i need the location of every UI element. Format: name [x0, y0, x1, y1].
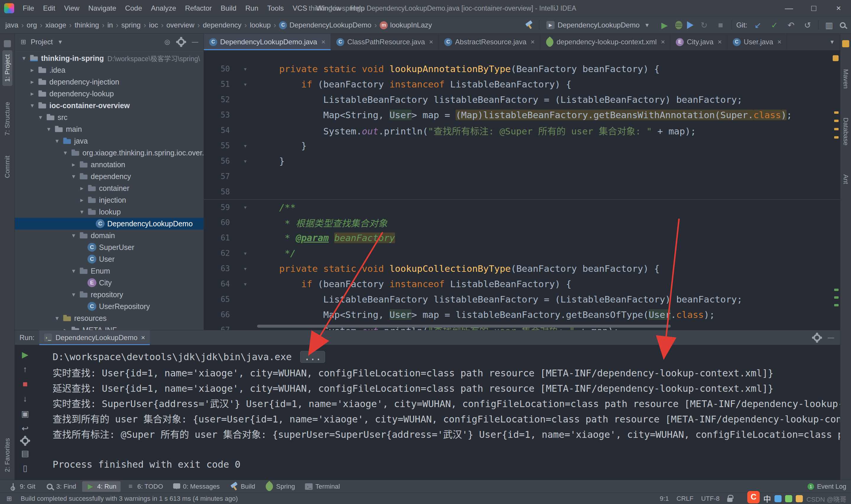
maximize-button[interactable] — [801, 0, 826, 17]
scroll-down-icon[interactable] — [19, 393, 31, 405]
editor-tab-user-java[interactable]: User.java× — [727, 34, 787, 50]
breadcrumb-in[interactable]: in — [108, 21, 113, 29]
minimize-button[interactable] — [777, 0, 801, 17]
collapse-arrow-icon[interactable]: ▾ — [69, 267, 78, 274]
tool-button-maven[interactable]: Maven — [841, 65, 851, 93]
line-separator[interactable]: CRLF — [676, 495, 693, 503]
editor-tab-city-java[interactable]: City.java× — [670, 34, 727, 50]
warning-stripe-mark[interactable] — [834, 136, 838, 139]
menu-item-analyze[interactable]: Analyze — [147, 0, 181, 17]
notifications-icon[interactable] — [842, 40, 849, 47]
code-editor[interactable]: 50▾ private static void lookupAnnotation… — [204, 51, 840, 330]
file-encoding[interactable]: UTF-8 — [701, 495, 720, 503]
scroll-up-icon[interactable] — [19, 363, 31, 375]
menu-item-refactor[interactable]: Refactor — [181, 0, 216, 17]
event-log-button[interactable]: 1 Event Log — [808, 483, 846, 490]
editor-tab-dependency-lookup-context-xml[interactable]: dependency-lookup-context.xml× — [540, 34, 671, 50]
toolwindow-button-build[interactable]: Build — [226, 481, 259, 492]
expand-command-line-button[interactable]: ... — [300, 351, 325, 363]
expand-arrow-icon[interactable]: ▸ — [61, 326, 70, 330]
editor-tab-dependencylookupdemo-java[interactable]: DependencyLookupDemo.java× — [204, 34, 331, 50]
close-tab-icon[interactable]: × — [429, 38, 433, 46]
snapshot-icon[interactable] — [19, 408, 31, 419]
breadcrumb-overview[interactable]: overview — [166, 21, 195, 29]
stop-icon[interactable] — [19, 378, 31, 390]
debug-button[interactable] — [675, 21, 682, 29]
collapse-arrow-icon[interactable]: ▾ — [69, 291, 78, 298]
git-rollback-button[interactable] — [785, 19, 797, 31]
tree-item-meta-inf[interactable]: ▸META-INF — [15, 324, 204, 330]
breadcrumb-spring[interactable]: spring — [122, 21, 141, 29]
status-message[interactable]: Build completed successfully with 3 warn… — [21, 495, 238, 503]
stop-button[interactable] — [715, 19, 727, 31]
hide-panel-icon[interactable] — [827, 333, 835, 342]
tool-button-commit[interactable]: Commit — [2, 151, 13, 182]
collapse-arrow-icon[interactable]: ▾ — [53, 137, 61, 144]
tree-item-resources[interactable]: ▾resources — [15, 312, 204, 324]
rerun-icon[interactable] — [19, 348, 31, 360]
fold-icon[interactable]: ▾ — [233, 65, 257, 73]
tree-item-container[interactable]: ▸container — [15, 182, 204, 194]
breadcrumb-java[interactable]: java — [5, 21, 18, 29]
collapse-arrow-icon[interactable]: ▾ — [69, 173, 78, 180]
horizontal-scrollbar[interactable] — [257, 325, 671, 328]
breadcrumb-dependencylookupdemo[interactable]: DependencyLookupDemo — [279, 21, 372, 29]
lock-icon[interactable] — [727, 498, 732, 502]
print-icon[interactable] — [19, 447, 31, 459]
expand-arrow-icon[interactable]: ▸ — [28, 78, 37, 85]
toolwindow-button-0-messages[interactable]: 0: Messages — [169, 481, 224, 492]
tree-item-src[interactable]: ▾src — [15, 111, 204, 123]
collapse-arrow-icon[interactable]: ▾ — [19, 55, 29, 62]
caret-position[interactable]: 9:1 — [660, 495, 669, 503]
tree-item-java[interactable]: ▾java — [15, 135, 204, 147]
tree-item-lookup[interactable]: ▾lookup — [15, 206, 204, 218]
menu-item-build[interactable]: Build — [216, 0, 241, 17]
error-stripe[interactable] — [833, 52, 839, 330]
fold-icon[interactable]: ▾ — [233, 203, 257, 211]
tree-item-injection[interactable]: ▸injection — [15, 194, 204, 206]
expand-arrow-icon[interactable]: ▸ — [77, 185, 86, 192]
clear-console-icon[interactable] — [19, 462, 31, 474]
tree-item-ioc-container-overview[interactable]: ▾ioc-container-overview — [15, 100, 204, 111]
fold-icon[interactable]: ▾ — [233, 265, 257, 272]
tree-item-user[interactable]: User — [15, 253, 204, 265]
locate-file-icon[interactable] — [163, 37, 172, 47]
editor-tab-abstractresource-java[interactable]: AbstractResource.java× — [439, 34, 540, 50]
tree-item-city[interactable]: City — [15, 277, 204, 289]
toolwindow-button-3-find[interactable]: 3: Find — [41, 481, 80, 492]
breadcrumb-lookupinlazy[interactable]: lookupInLazy — [380, 21, 432, 29]
warning-stripe-mark[interactable] — [834, 128, 838, 130]
search-everywhere-icon[interactable] — [840, 22, 846, 28]
gear-icon[interactable] — [178, 38, 185, 46]
menu-item-code[interactable]: Code — [121, 0, 146, 17]
run-button[interactable] — [659, 19, 670, 31]
expand-arrow-icon[interactable]: ▸ — [28, 67, 37, 74]
chevron-down-icon[interactable] — [56, 37, 65, 47]
collapse-arrow-icon[interactable]: ▾ — [61, 149, 70, 156]
hidden-tabs-icon[interactable] — [828, 37, 836, 47]
collapse-arrow-icon[interactable]: ▾ — [53, 314, 61, 322]
fold-icon[interactable]: ▾ — [233, 158, 257, 165]
menu-item-file[interactable]: File — [18, 0, 39, 17]
close-tab-icon[interactable]: × — [777, 38, 782, 46]
expand-arrow-icon[interactable]: ▸ — [77, 196, 86, 203]
vcs-stripe-mark[interactable] — [834, 296, 838, 299]
console-settings-icon[interactable] — [22, 437, 29, 444]
vcs-stripe-mark[interactable] — [834, 289, 838, 291]
collapse-arrow-icon[interactable]: ▾ — [28, 102, 37, 109]
close-tab-icon[interactable]: × — [661, 38, 665, 46]
breadcrumb-xiaoge[interactable]: xiaoge — [45, 21, 66, 29]
tree-item-dependencylookupdemo[interactable]: DependencyLookupDemo — [15, 218, 204, 230]
expand-arrow-icon[interactable]: ▸ — [28, 90, 37, 97]
toolwindow-button-6-todo[interactable]: 6: TODO — [122, 481, 167, 492]
build-hammer-icon[interactable] — [525, 20, 534, 30]
breadcrumb-ioc[interactable]: ioc — [149, 21, 158, 29]
tree-item-userrepository[interactable]: UserRepository — [15, 301, 204, 312]
breadcrumb-dependency[interactable]: dependency — [203, 21, 241, 29]
fold-icon[interactable]: ▾ — [233, 80, 257, 88]
close-tab-icon[interactable]: × — [141, 334, 145, 342]
tool-button-ant[interactable]: Ant — [841, 170, 851, 188]
tool-window-icon[interactable] — [4, 40, 11, 47]
soft-wrap-icon[interactable] — [19, 422, 31, 434]
collapse-arrow-icon[interactable]: ▾ — [69, 232, 78, 239]
